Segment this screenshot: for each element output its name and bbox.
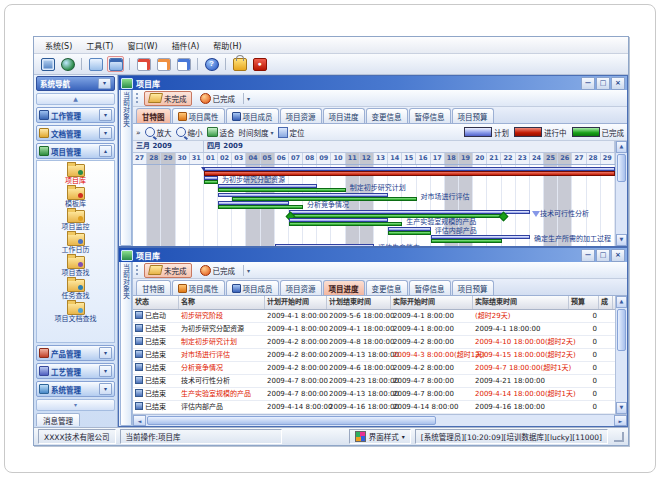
sidebar-item-项目监控[interactable]: 项目监控 [62,210,90,232]
chevron-up-icon[interactable]: ▴ [99,145,112,157]
gantt-tool-定位[interactable]: 定位 [278,127,305,138]
menu-item-3[interactable]: 插件(A) [166,39,206,52]
menu-item-4[interactable]: 帮助(H) [207,39,247,52]
gantt-window-titlebar[interactable]: 项目库 －□× [119,76,627,90]
gantt-chart-body[interactable]: 为初步研究分配资源制定初步研究计划对市场进行评估分析竞争情况技术可行性分析生产实… [133,165,615,246]
table-tab-甘特图[interactable]: 甘特图 [136,280,171,295]
gantt-tool-适合[interactable]: 适合 [207,127,235,138]
close-button[interactable]: × [611,77,625,90]
table-row[interactable]: 已结束生产实验室规模的产品2009-4-7 8:00:002009-4-13 1… [133,388,615,401]
column-header-状态[interactable]: 状态 [133,296,179,309]
table-tab-项目预算[interactable]: 项目预算 [452,280,494,295]
chevron-down-icon[interactable]: ▾ [99,365,112,377]
sidebar-group-1[interactable]: 文档管理▾ [36,125,115,141]
gantt-bar-actual[interactable] [289,214,502,218]
sidebar-scroll-down-button[interactable]: ▾ [36,399,115,411]
table-row[interactable]: 已结束对市场进行评估2009-4-2 8:00:002009-4-13 18:0… [133,349,615,362]
chevron-down-icon[interactable]: ▾ [247,95,250,102]
gantt-bar-actual[interactable] [289,222,402,226]
table-tab-项目属性[interactable]: 项目属性 [172,280,225,295]
gantt-bar-plan[interactable] [275,244,374,247]
ui-style-button[interactable]: 界面样式 ▾ [349,429,411,444]
sidebar-scroll-up-button[interactable]: ▲ [36,93,115,105]
sidebar-collapse-button[interactable]: ▾ [98,78,111,89]
gantt-bar-actual[interactable] [218,188,346,192]
column-header-计划开始时间[interactable]: 计划开始时间 [265,296,327,309]
gantt-side-tab[interactable]: 当前对象夹 [119,90,133,246]
column-header-名称[interactable]: 名称 [179,296,265,309]
scroll-left-icon[interactable]: ◄ [133,415,146,426]
table-row[interactable]: 已结束分析竞争情况2009-4-2 8:00:002009-4-6 18:00:… [133,362,615,375]
column-header-成[interactable]: 成 [599,296,613,309]
sidebar-group-0[interactable]: 工作管理▾ [36,107,115,123]
sidebar-item-项目查找[interactable]: 项目查找 [62,256,90,278]
gantt-tab-项目预算[interactable]: 项目预算 [452,108,494,123]
table-filter-未完成[interactable]: 未完成 [144,263,192,278]
gantt-tab-项目进度[interactable]: 项目进度 [323,108,365,123]
sidebar-item-工作日历[interactable]: 工作日历 [62,233,90,255]
gantt-vertical-scrollbar[interactable]: ▲ ▼ [615,141,627,246]
sidebar-item-项目文档查找[interactable]: 项目文档查找 [55,302,97,324]
chevron-down-icon[interactable]: ▾ [99,127,112,139]
exit-button[interactable]: ● [251,56,268,72]
toolbar-overflow-icon[interactable]: » [136,128,141,137]
gantt-tool-放大[interactable]: 放大 [145,127,172,138]
report-orange-button[interactable] [155,56,172,72]
table-vertical-scrollbar[interactable]: ▲ ▼ [615,296,627,414]
column-header-计划结束时间[interactable]: 计划结束时间 [327,296,391,309]
gantt-filter-已完成[interactable]: 已完成 [195,91,241,106]
folder-window-button[interactable] [107,56,124,72]
table-filter-已完成[interactable]: 已完成 [195,263,241,278]
gantt-tool-缩小[interactable]: 缩小 [176,127,203,138]
chevron-down-icon[interactable]: ▾ [99,383,112,395]
gantt-tab-暂停信息[interactable]: 暂停信息 [409,108,451,123]
gantt-tab-甘特图[interactable]: 甘特图 [136,108,171,123]
scroll-up-icon[interactable]: ▲ [616,296,627,308]
sidebar-group-4[interactable]: 工艺管理▾ [36,363,115,379]
sidebar-item-任务查找[interactable]: 任务查找 [62,279,90,301]
globe-button[interactable] [59,56,76,72]
message-manage-tab[interactable]: 消息管理 [36,413,80,426]
gantt-bar-actual[interactable] [431,239,502,243]
menu-item-0[interactable]: 系统(S) [39,39,78,52]
scroll-up-icon[interactable]: ▲ [616,141,627,153]
chevron-down-icon[interactable]: ▾ [247,267,250,274]
column-header-实际开始时间[interactable]: 实际开始时间 [391,296,473,309]
lock-button[interactable] [231,56,248,72]
table-tab-项目成员[interactable]: 项目成员 [226,280,279,295]
minimize-button[interactable]: － [581,77,595,90]
help-button[interactable]: ? [203,56,220,72]
table-window-titlebar[interactable]: 项目库 －□× [119,248,627,262]
table-row[interactable]: 已结束制定初步研究计划2009-4-2 8:00:002009-4-8 18:0… [133,336,615,349]
chevron-down-icon[interactable]: ▾ [99,347,112,359]
gantt-tool-时间刻度[interactable]: 时间刻度▾ [239,127,274,138]
gantt-tab-项目属性[interactable]: 项目属性 [172,108,225,123]
table-row[interactable]: 已启动初步研究阶段2009-4-1 8:00:002009-5-6 18:00:… [133,310,615,323]
table-side-tab[interactable]: 当前对象夹 [119,262,133,426]
table-row[interactable]: 已结束技术可行性分析2009-4-7 8:00:002009-4-23 18:0… [133,375,615,388]
gantt-tab-项目成员[interactable]: 项目成员 [226,108,279,123]
folder-button[interactable] [87,56,104,72]
gantt-bar-actual[interactable] [218,205,303,209]
sidebar-group-2[interactable]: 项目管理▴ [36,143,115,159]
column-header-实际结束时间[interactable]: 实际结束时间 [473,296,569,309]
gantt-bar-actual[interactable] [388,231,431,235]
sidebar-item-模板库[interactable]: 模板库 [65,187,86,209]
chevron-down-icon[interactable]: ▾ [99,109,112,121]
menu-item-2[interactable]: 窗口(W) [121,39,163,52]
scroll-down-icon[interactable]: ▼ [616,234,627,246]
scrollbar-thumb[interactable] [617,154,626,182]
gantt-filter-未完成[interactable]: 未完成 [144,91,192,106]
gantt-tab-变更信息[interactable]: 变更信息 [366,108,408,123]
table-row[interactable]: 已结束评估内部产品2009-4-14 8:00:002009-4-16 18:0… [133,401,615,414]
gantt-bar-actual[interactable] [232,197,416,201]
gantt-tab-项目资源[interactable]: 项目资源 [280,108,322,123]
table-horizontal-scrollbar[interactable]: ◄ ► [133,414,627,426]
sidebar-group-3[interactable]: 产品管理▾ [36,345,115,361]
report-red-button[interactable] [135,56,152,72]
table-row[interactable]: 已结束为初步研究分配资源2009-4-1 8:00:002009-4-1 18:… [133,323,615,336]
minimize-button[interactable]: － [581,249,595,262]
scroll-down-icon[interactable]: ▼ [616,402,627,414]
column-header-预算[interactable]: 预算 [569,296,599,309]
menu-item-1[interactable]: 工具(T) [80,39,119,52]
